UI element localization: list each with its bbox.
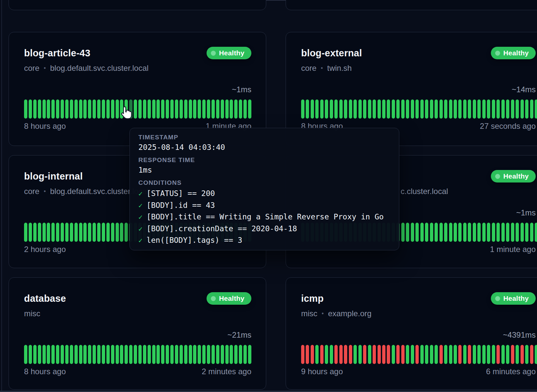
- uptime-bar[interactable]: [216, 345, 219, 364]
- uptime-bar[interactable]: [61, 345, 64, 364]
- uptime-bar[interactable]: [51, 345, 55, 364]
- uptime-bar[interactable]: [511, 223, 514, 242]
- uptime-bar[interactable]: [102, 223, 105, 242]
- uptime-bar[interactable]: [501, 223, 505, 242]
- uptime-bar[interactable]: [530, 345, 533, 364]
- uptime-bar[interactable]: [444, 345, 447, 364]
- uptime-bar[interactable]: [487, 345, 490, 364]
- uptime-bar[interactable]: [482, 223, 486, 242]
- status-card[interactable]: icmpHealthymisc•example.org~4391ms9 hour…: [286, 277, 537, 390]
- uptime-bar[interactable]: [175, 99, 178, 119]
- uptime-bar[interactable]: [42, 345, 46, 364]
- uptime-bar[interactable]: [97, 345, 100, 364]
- uptime-bar[interactable]: [202, 99, 206, 119]
- uptime-bar[interactable]: [401, 99, 405, 119]
- uptime-bar[interactable]: [454, 345, 457, 364]
- uptime-bar[interactable]: [301, 345, 304, 364]
- uptime-bar[interactable]: [373, 345, 376, 364]
- uptime-bar[interactable]: [56, 223, 59, 242]
- uptime-bar[interactable]: [143, 99, 146, 119]
- uptime-bar[interactable]: [521, 345, 524, 364]
- uptime-bar[interactable]: [212, 345, 215, 364]
- uptime-bar[interactable]: [325, 345, 328, 364]
- uptime-bar[interactable]: [334, 99, 338, 119]
- uptime-bar[interactable]: [435, 223, 438, 242]
- uptime-bar[interactable]: [535, 99, 537, 119]
- uptime-bar[interactable]: [487, 99, 490, 119]
- uptime-bar[interactable]: [74, 223, 78, 242]
- uptime-bar[interactable]: [458, 223, 462, 242]
- uptime-bar[interactable]: [193, 99, 196, 119]
- uptime-bar[interactable]: [463, 223, 466, 242]
- uptime-bar[interactable]: [148, 345, 151, 364]
- uptime-bar[interactable]: [24, 223, 27, 242]
- uptime-bar[interactable]: [349, 99, 352, 119]
- uptime-bar[interactable]: [334, 345, 338, 364]
- uptime-bar[interactable]: [102, 345, 105, 364]
- uptime-bar[interactable]: [311, 99, 314, 119]
- uptime-bar[interactable]: [120, 345, 123, 364]
- uptime-bar[interactable]: [492, 99, 495, 119]
- uptime-bar[interactable]: [430, 345, 433, 364]
- uptime-bar[interactable]: [506, 345, 509, 364]
- uptime-bar[interactable]: [463, 99, 466, 119]
- uptime-bar[interactable]: [444, 223, 447, 242]
- status-card[interactable]: [9, 0, 266, 10]
- uptime-bar[interactable]: [396, 99, 400, 119]
- uptime-bar[interactable]: [102, 99, 105, 119]
- uptime-bar[interactable]: [125, 99, 128, 119]
- uptime-bar[interactable]: [411, 99, 414, 119]
- uptime-bar[interactable]: [47, 99, 50, 119]
- uptime-bar[interactable]: [449, 223, 452, 242]
- uptime-bar[interactable]: [116, 223, 119, 242]
- uptime-bar[interactable]: [129, 345, 132, 364]
- uptime-bar[interactable]: [411, 345, 414, 364]
- uptime-bar[interactable]: [525, 223, 528, 242]
- uptime-bar[interactable]: [175, 345, 178, 364]
- uptime-bar[interactable]: [180, 99, 183, 119]
- uptime-bar[interactable]: [65, 345, 69, 364]
- uptime-bar[interactable]: [330, 99, 333, 119]
- uptime-bar[interactable]: [138, 345, 142, 364]
- uptime-bar[interactable]: [425, 223, 428, 242]
- uptime-bar[interactable]: [29, 345, 32, 364]
- uptime-bar[interactable]: [339, 345, 343, 364]
- uptime-bar[interactable]: [344, 99, 347, 119]
- uptime-bar[interactable]: [458, 99, 462, 119]
- uptime-bar[interactable]: [97, 223, 100, 242]
- uptime-bar[interactable]: [368, 99, 371, 119]
- uptime-bar[interactable]: [193, 345, 196, 364]
- uptime-bar[interactable]: [207, 345, 210, 364]
- uptime-bar[interactable]: [420, 223, 424, 242]
- uptime-bar[interactable]: [415, 345, 419, 364]
- uptime-bar[interactable]: [392, 99, 395, 119]
- uptime-bar[interactable]: [243, 99, 247, 119]
- uptime-bar[interactable]: [152, 345, 155, 364]
- uptime-bar[interactable]: [473, 345, 476, 364]
- status-card[interactable]: [286, 0, 537, 10]
- uptime-bar[interactable]: [477, 223, 481, 242]
- uptime-bar[interactable]: [530, 223, 533, 242]
- uptime-bar[interactable]: [33, 99, 37, 119]
- uptime-bar[interactable]: [449, 345, 452, 364]
- uptime-bar[interactable]: [430, 99, 433, 119]
- uptime-bar[interactable]: [116, 345, 119, 364]
- uptime-bar[interactable]: [425, 99, 428, 119]
- uptime-bar[interactable]: [401, 345, 405, 364]
- uptime-bar[interactable]: [120, 99, 123, 119]
- uptime-bar[interactable]: [93, 99, 96, 119]
- uptime-bar[interactable]: [33, 223, 37, 242]
- uptime-bar[interactable]: [88, 345, 91, 364]
- uptime-bar[interactable]: [70, 223, 73, 242]
- uptime-bar[interactable]: [311, 345, 314, 364]
- uptime-bar[interactable]: [330, 345, 333, 364]
- uptime-bar[interactable]: [392, 345, 395, 364]
- uptime-bar[interactable]: [51, 99, 55, 119]
- uptime-bar[interactable]: [120, 223, 123, 242]
- uptime-bar[interactable]: [161, 99, 164, 119]
- uptime-bar[interactable]: [184, 99, 187, 119]
- uptime-bar[interactable]: [216, 99, 219, 119]
- uptime-bar[interactable]: [29, 99, 32, 119]
- uptime-bar[interactable]: [83, 345, 87, 364]
- uptime-bar[interactable]: [468, 99, 471, 119]
